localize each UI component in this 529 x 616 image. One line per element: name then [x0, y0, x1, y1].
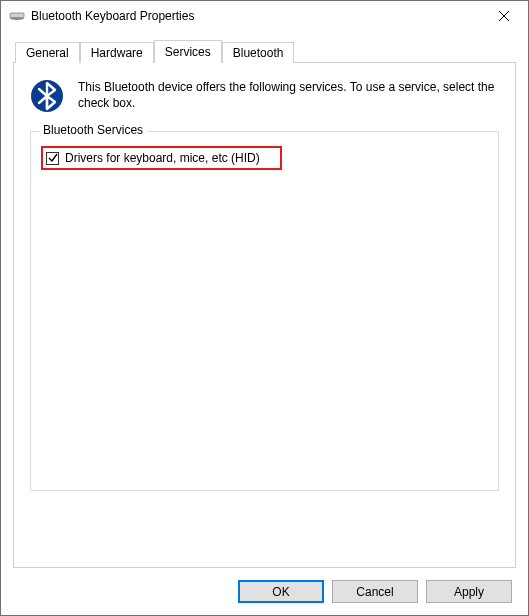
check-icon: [48, 153, 58, 163]
group-label: Bluetooth Services: [39, 123, 147, 137]
highlight-annotation: Drivers for keyboard, mice, etc (HID): [41, 146, 282, 170]
device-icon: [9, 8, 25, 24]
tab-services[interactable]: Services: [154, 40, 222, 63]
bluetooth-icon: [30, 79, 64, 113]
client-area: General Hardware Services Bluetooth This…: [1, 31, 528, 615]
service-checkbox-hid[interactable]: [46, 152, 59, 165]
bluetooth-services-group: Bluetooth Services Drivers for keyboard,…: [30, 131, 499, 491]
intro-text: This Bluetooth device offers the followi…: [78, 79, 499, 111]
tab-bluetooth[interactable]: Bluetooth: [222, 42, 295, 63]
close-button[interactable]: [481, 1, 526, 31]
intro-row: This Bluetooth device offers the followi…: [30, 79, 499, 113]
service-row: Drivers for keyboard, mice, etc (HID): [41, 146, 488, 170]
properties-dialog: Bluetooth Keyboard Properties General Ha…: [0, 0, 529, 616]
service-label: Drivers for keyboard, mice, etc (HID): [65, 151, 260, 165]
dialog-buttons: OK Cancel Apply: [13, 568, 516, 603]
apply-button[interactable]: Apply: [426, 580, 512, 603]
tab-general[interactable]: General: [15, 42, 80, 63]
tab-hardware[interactable]: Hardware: [80, 42, 154, 63]
tab-panel-services: This Bluetooth device offers the followi…: [13, 62, 516, 568]
titlebar: Bluetooth Keyboard Properties: [1, 1, 528, 31]
ok-button[interactable]: OK: [238, 580, 324, 603]
close-icon: [499, 11, 509, 21]
cancel-button[interactable]: Cancel: [332, 580, 418, 603]
window-title: Bluetooth Keyboard Properties: [31, 9, 481, 23]
tabstrip: General Hardware Services Bluetooth: [13, 39, 516, 62]
svg-point-1: [10, 17, 24, 20]
